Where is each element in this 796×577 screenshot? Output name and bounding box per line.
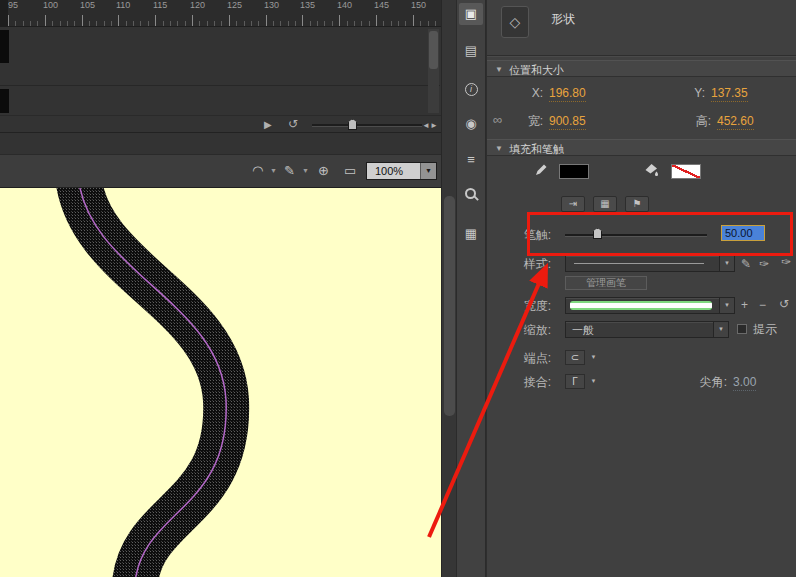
hints-checkbox[interactable] — [737, 324, 747, 334]
ruler-number: 95 — [8, 0, 18, 10]
play-icon[interactable]: ▶ — [264, 117, 272, 133]
printer-icon[interactable]: ▤ — [459, 40, 483, 62]
minus-icon[interactable]: − — [759, 297, 766, 313]
shape-path — [0, 188, 441, 577]
stroke-label: 笔触: — [495, 227, 551, 243]
stage-canvas[interactable] — [0, 188, 441, 577]
stroke-option-button-1[interactable]: ⇥ — [561, 196, 585, 212]
center-frame-icon[interactable]: ⊕ — [318, 162, 329, 180]
chevron-down-icon[interactable]: ▼ — [587, 374, 600, 389]
printer-glyph: ▤ — [465, 43, 477, 58]
section-position-size[interactable]: ▼ 位置和大小 — [487, 60, 796, 77]
panels-icon[interactable]: ▣ — [459, 3, 483, 25]
brush-icon[interactable]: ✑ — [759, 256, 769, 272]
pencil-icon — [533, 162, 549, 178]
stroke-color-swatch[interactable] — [559, 164, 589, 179]
panels-glyph: ▣ — [465, 6, 477, 21]
ruler-number: 105 — [80, 0, 95, 10]
timeline-layer-block — [0, 30, 9, 63]
x-value[interactable]: 196.80 — [549, 85, 586, 102]
join-style-button[interactable]: Γ — [565, 374, 585, 389]
fill-color-swatch[interactable] — [671, 164, 701, 179]
style-label: 样式: — [495, 256, 551, 272]
properties-panel: ◇ 形状 ▼ 位置和大小 X: 196.80 Y: 137.35 ∞ 宽: 90… — [486, 0, 796, 577]
horizontal-ruler: 95 100 105 110 115 120 125 130 135 140 1… — [0, 0, 441, 27]
timeline-control-bar: ▶ ↺ ◄► — [0, 115, 441, 133]
zoom-icon[interactable] — [459, 186, 483, 208]
info-icon[interactable]: i — [459, 77, 483, 99]
scrollbar-thumb[interactable] — [429, 31, 438, 69]
manage-brushes-button[interactable]: 管理画笔 — [565, 276, 647, 290]
stage-scrollbar[interactable] — [441, 0, 456, 577]
link-dimensions-icon[interactable]: ∞ — [493, 112, 502, 127]
width-value[interactable]: 900.85 — [549, 113, 586, 130]
smooth-curve-icon[interactable]: ◠ — [252, 162, 263, 180]
chevron-down-icon[interactable]: ▼ — [302, 162, 309, 180]
chevron-down-icon[interactable]: ▼ — [719, 298, 734, 313]
reset-icon[interactable]: ↺ — [779, 296, 789, 312]
width-profile-preview — [570, 301, 712, 310]
stroke-option-button-3[interactable]: ⚑ — [625, 196, 649, 212]
chevron-down-icon[interactable]: ▼ — [719, 256, 734, 271]
timeline-zoom-thumb[interactable] — [348, 119, 357, 130]
ruler-number: 110 — [116, 0, 130, 10]
collapse-triangle-icon: ▼ — [495, 65, 503, 74]
chevron-down-icon[interactable]: ▼ — [270, 162, 277, 180]
y-value[interactable]: 137.35 — [711, 85, 748, 102]
timeline-layer-block — [0, 89, 9, 113]
edit-stroke-style-icon[interactable]: ✎ — [741, 256, 751, 272]
timeline-divider — [0, 85, 440, 86]
scrollbar-thumb[interactable] — [444, 196, 455, 416]
width-profile-dropdown[interactable]: ▼ — [565, 297, 735, 314]
cap-style-button[interactable]: ⊂ — [565, 350, 585, 365]
shape-badge-icon: ◇ — [501, 6, 529, 38]
panel-title: 形状 — [551, 11, 575, 28]
loop-icon[interactable]: ↺ — [288, 116, 298, 132]
stroke-value-input[interactable]: 50.00 — [721, 225, 765, 241]
height-label: 高: — [685, 113, 711, 129]
info-glyph: i — [465, 83, 478, 96]
zoom-dropdown[interactable]: 100% ▼ — [366, 162, 437, 180]
ruler-number: 115 — [153, 0, 167, 10]
stroke-width-label: 宽度: — [495, 298, 551, 314]
brush-library-icon[interactable]: ✑ — [781, 254, 791, 270]
grid-glyph: ▦ — [465, 226, 477, 241]
align-glyph: ≡ — [467, 152, 475, 167]
stroke-option-button-2[interactable]: ▦ — [593, 196, 617, 212]
chevron-down-icon[interactable]: ▼ — [420, 163, 436, 179]
plus-icon[interactable]: + — [741, 297, 748, 313]
ruler-number: 140 — [337, 0, 352, 10]
height-value[interactable]: 452.60 — [717, 113, 754, 130]
collapse-triangle-icon: ▼ — [495, 144, 503, 153]
color-icon[interactable]: ◉ — [459, 113, 483, 135]
chevron-down-icon[interactable]: ▼ — [587, 350, 600, 365]
ruler-number: 100 — [43, 0, 58, 10]
scale-label: 缩放: — [495, 322, 551, 338]
stroke-slider-thumb[interactable] — [593, 228, 602, 239]
y-label: Y: — [685, 85, 705, 101]
grid-icon[interactable]: ▦ — [459, 223, 483, 245]
miter-value[interactable]: 3.00 — [733, 374, 756, 391]
scale-dropdown[interactable]: 一般 ▼ — [565, 321, 729, 338]
clip-content-icon[interactable]: ▭ — [344, 162, 356, 180]
chevron-down-icon[interactable]: ▼ — [713, 322, 728, 337]
stroke-slider[interactable] — [565, 234, 707, 236]
timeline-scrollbar[interactable] — [428, 29, 439, 113]
style-dropdown[interactable]: ▼ — [565, 255, 735, 272]
fit-timeline-icon[interactable]: ◄► — [422, 118, 438, 134]
section-fill-stroke[interactable]: ▼ 填充和笔触 — [487, 139, 796, 156]
divider — [487, 55, 796, 57]
section-title: 位置和大小 — [509, 63, 564, 78]
ink-pen-icon[interactable]: ✎ — [284, 162, 295, 180]
ruler-number: 130 — [264, 0, 279, 10]
align-icon[interactable]: ≡ — [459, 149, 483, 171]
paint-bucket-icon — [643, 161, 659, 177]
color-glyph: ◉ — [465, 116, 476, 131]
ruler-number: 125 — [227, 0, 242, 10]
ruler-corner — [0, 0, 8, 27]
join-label: 接合: — [495, 374, 551, 390]
width-label: 宽: — [517, 113, 543, 129]
timeline-zoom-slider[interactable] — [312, 124, 422, 126]
zoom-value: 100% — [367, 163, 420, 179]
line-style-preview — [574, 263, 704, 264]
